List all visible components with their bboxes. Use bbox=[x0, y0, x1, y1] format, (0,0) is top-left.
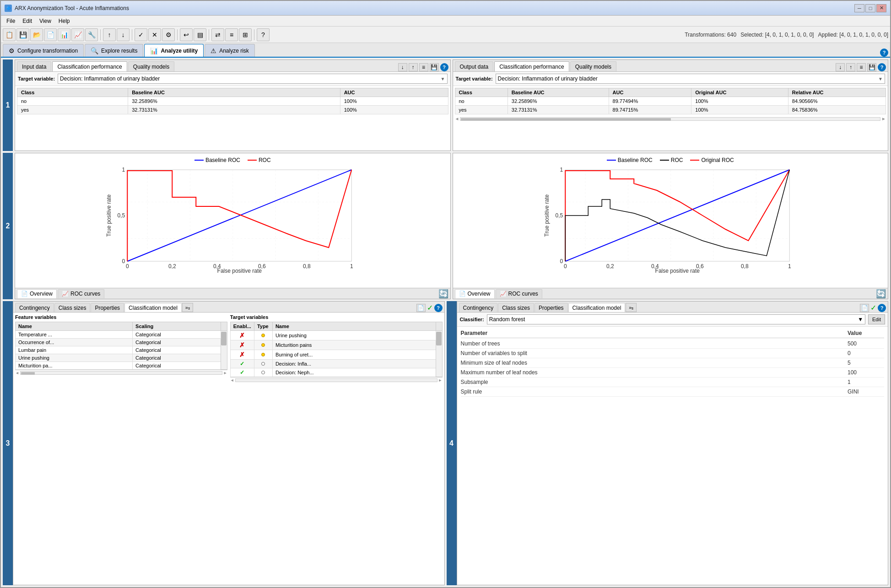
toolbar-btn-table[interactable]: ≡ bbox=[225, 28, 238, 41]
left-data-table: Class Baseline AUC AUC no 32.25896% 100% bbox=[17, 88, 448, 114]
up-btn-left[interactable]: ↑ bbox=[409, 63, 418, 71]
save-btn-left[interactable]: 💾 bbox=[430, 63, 439, 71]
tab-class-sizes-left[interactable]: Class sizes bbox=[54, 303, 91, 312]
svg-text:0: 0 bbox=[122, 258, 125, 264]
toolbar-btn-2[interactable]: 💾 bbox=[16, 28, 29, 41]
svg-text:0,2: 0,2 bbox=[168, 263, 176, 270]
toolbar-btn-8[interactable]: ↑ bbox=[103, 28, 116, 41]
right-target-var-row: Target variable: Decision: Inflammation … bbox=[453, 72, 888, 86]
left-row1-baseline: 32.25896% bbox=[128, 97, 340, 106]
tab-class-model-left[interactable]: Classification model bbox=[124, 303, 182, 312]
left-overview-tab[interactable]: 📄 Overview bbox=[17, 289, 57, 298]
tab-classification-perf-right[interactable]: Classification performance bbox=[494, 61, 569, 71]
right-col-baseline: Baseline AUC bbox=[508, 88, 609, 97]
row-2: 2 Baseline ROC ROC bbox=[3, 153, 888, 299]
target-variables-section: Target variables Enabl... Type Name bbox=[230, 314, 443, 583]
right-bottom-doc-btn[interactable]: 📄 bbox=[860, 304, 869, 312]
svg-text:0,4: 0,4 bbox=[213, 263, 221, 270]
toolbar-help-btn[interactable]: ? bbox=[257, 28, 270, 41]
tab-class-model-right[interactable]: Classification model bbox=[568, 303, 626, 312]
transformations-count: Transformations: 640 bbox=[685, 32, 736, 38]
close-button[interactable]: ✕ bbox=[876, 4, 886, 12]
left-row1-class: no bbox=[17, 97, 128, 106]
tab-help-btn[interactable]: ? bbox=[880, 49, 888, 57]
tab-classification-perf-left[interactable]: Classification performance bbox=[52, 61, 127, 71]
tab-contingency-left[interactable]: Contingency bbox=[15, 303, 54, 312]
menu-view[interactable]: View bbox=[36, 17, 55, 25]
maximize-button[interactable]: □ bbox=[865, 4, 875, 12]
minimize-button[interactable]: ─ bbox=[854, 4, 864, 12]
toolbar-btn-layout[interactable]: ▤ bbox=[194, 28, 206, 41]
more-tabs-left[interactable]: »₂ bbox=[182, 303, 193, 312]
svg-text:False positive rate: False positive rate bbox=[217, 268, 262, 274]
legend-roc-left: ROC bbox=[248, 157, 271, 163]
save-btn-right[interactable]: 💾 bbox=[867, 63, 876, 71]
right-data-table: Class Baseline AUC AUC Original AUC Rela… bbox=[455, 88, 886, 114]
disabled-icon: ✗ bbox=[239, 332, 245, 339]
tab-analyze-risk[interactable]: ⚠ Analyze risk bbox=[205, 44, 255, 57]
toolbar-btn-undo[interactable]: ↩ bbox=[180, 28, 193, 41]
disabled-icon: ✗ bbox=[239, 351, 245, 358]
left-roc-tab[interactable]: 📈 ROC curves bbox=[58, 289, 104, 298]
down-btn-right[interactable]: ↓ bbox=[836, 63, 845, 71]
toolbar-btn-9[interactable]: ↓ bbox=[117, 28, 130, 41]
edit-classifier-button[interactable]: Edit bbox=[868, 314, 885, 324]
svg-text:True positive rate: True positive rate bbox=[544, 194, 550, 237]
feature-hscroll[interactable]: ◄ ► bbox=[15, 370, 227, 375]
layout-btn-right[interactable]: ≡ bbox=[857, 63, 866, 71]
layout-btn-left[interactable]: ≡ bbox=[419, 63, 428, 71]
left-refresh-icon[interactable]: 🔄 bbox=[438, 289, 448, 299]
right-bottom-info-btn[interactable]: ? bbox=[878, 304, 886, 312]
left-target-label: Target variable: bbox=[18, 76, 55, 81]
tab-properties-left[interactable]: Properties bbox=[91, 303, 124, 312]
target-variables-label: Target variables bbox=[230, 314, 443, 320]
right-roc-tab[interactable]: 📈 ROC curves bbox=[496, 289, 542, 298]
tab-explore[interactable]: 🔍 Explore results bbox=[85, 44, 143, 57]
param-col-value: Value bbox=[848, 330, 884, 336]
feature-table-wrapper: Name Scaling Temperature ... Ca bbox=[15, 322, 227, 583]
enabled-icon: ✓ bbox=[240, 361, 244, 367]
toolbar-btn-x[interactable]: ✕ bbox=[148, 28, 161, 41]
tab-quality-models-left[interactable]: Quality models bbox=[128, 61, 174, 71]
tab-output-data[interactable]: Output data bbox=[455, 61, 494, 71]
menu-help[interactable]: Help bbox=[55, 17, 74, 25]
target-hscroll[interactable]: ◄ ► bbox=[230, 377, 443, 383]
toolbar-btn-5[interactable]: 📊 bbox=[58, 28, 70, 41]
left-target-select[interactable]: Decision: Inflammation of urinary bladde… bbox=[58, 74, 447, 84]
tab-quality-models-right[interactable]: Quality models bbox=[570, 61, 616, 71]
legend-baseline-roc-left: Baseline ROC bbox=[194, 157, 240, 163]
tab-class-sizes-right[interactable]: Class sizes bbox=[498, 303, 534, 312]
tab-properties-right[interactable]: Properties bbox=[535, 303, 568, 312]
right-chevron-icon: ▼ bbox=[878, 76, 883, 81]
feature-col-scaling: Scaling bbox=[133, 322, 221, 331]
toolbar-btn-6[interactable]: 📈 bbox=[71, 28, 84, 41]
tab-contingency-right[interactable]: Contingency bbox=[459, 303, 498, 312]
toolbar-btn-apply[interactable]: ⚙ bbox=[162, 28, 175, 41]
right-target-select[interactable]: Decision: Inflammation of urinary bladde… bbox=[496, 74, 885, 84]
right-refresh-icon[interactable]: 🔄 bbox=[876, 289, 886, 299]
info-btn-right[interactable]: ? bbox=[878, 63, 886, 71]
menu-file[interactable]: File bbox=[3, 17, 19, 25]
toolbar-btn-1[interactable]: 📋 bbox=[3, 28, 16, 41]
right-overview-tab[interactable]: 📄 Overview bbox=[455, 289, 495, 298]
menu-edit[interactable]: Edit bbox=[19, 17, 36, 25]
toolbar-btn-swap[interactable]: ⇄ bbox=[211, 28, 224, 41]
toolbar-btn-3[interactable]: 📂 bbox=[30, 28, 43, 41]
toolbar-btn-grid[interactable]: ⊞ bbox=[239, 28, 252, 41]
toolbar-btn-7[interactable]: 🔧 bbox=[85, 28, 98, 41]
classifier-select[interactable]: Random forest ▼ bbox=[487, 314, 865, 324]
left-bottom-info-btn[interactable]: ? bbox=[434, 304, 443, 312]
tab-analyze-utility[interactable]: 📊 Analyze utility bbox=[144, 44, 204, 57]
toolbar-btn-check[interactable]: ✓ bbox=[135, 28, 147, 41]
more-tabs-right[interactable]: »₂ bbox=[626, 303, 637, 312]
down-btn-left[interactable]: ↓ bbox=[398, 63, 407, 71]
feature-target-container: Feature variables Name Scaling bbox=[13, 313, 444, 585]
disabled-icon: ✗ bbox=[239, 341, 245, 349]
tab-configure[interactable]: ⚙ Configure transformation bbox=[3, 44, 84, 57]
up-btn-right[interactable]: ↑ bbox=[846, 63, 855, 71]
info-btn-left[interactable]: ? bbox=[440, 63, 448, 71]
left-bottom-doc-btn[interactable]: 📄 bbox=[416, 304, 426, 312]
toolbar-btn-4[interactable]: 📄 bbox=[44, 28, 57, 41]
app-icon: 🔷 bbox=[5, 5, 12, 12]
tab-input-data[interactable]: Input data bbox=[17, 61, 51, 71]
